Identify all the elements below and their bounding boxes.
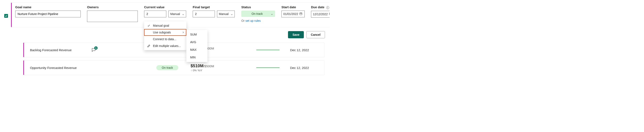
due-date-input[interactable]: 12/12/2022 <box>311 11 330 18</box>
goal-editor-card: Goal name Owners Current value Manual <box>11 3 330 27</box>
goal-name-input[interactable] <box>15 11 81 17</box>
cancel-button[interactable]: Cancel <box>306 31 325 38</box>
info-icon: i <box>326 6 329 9</box>
save-button[interactable]: Save <box>288 31 304 38</box>
goal-name-label: Goal name <box>15 5 81 9</box>
calendar-icon <box>329 12 330 16</box>
final-target-input[interactable] <box>193 11 215 17</box>
status-dropdown[interactable]: On track <box>241 11 275 17</box>
goal-name: Backlog Forecasted Revenue <box>30 48 91 52</box>
current-value-menu: Manual goal Use subgoals Connect to data… <box>144 21 186 50</box>
chevron-down-icon <box>271 13 273 15</box>
check-icon <box>147 24 150 27</box>
owners-label: Owners <box>87 5 138 9</box>
goal-due-date: Dec 12, 2022 <box>290 48 320 52</box>
row-checkbox[interactable] <box>4 14 8 18</box>
menu-item-connect-to-data[interactable]: Connect to data... <box>144 36 186 43</box>
goal-sparkline <box>256 67 290 68</box>
final-target-mode-dropdown[interactable]: Manual <box>217 11 235 17</box>
menu-item-use-subgoals[interactable]: Use subgoals <box>144 29 186 36</box>
goal-status-pill: On track <box>156 65 178 70</box>
current-value-label: Current value <box>144 5 186 9</box>
chevron-down-icon <box>231 13 233 15</box>
status-rules-line: Or set up rules <box>241 19 275 23</box>
start-date-label: Start date <box>282 5 305 9</box>
set-up-rules-link[interactable]: set up rules <box>245 19 260 23</box>
owners-input[interactable] <box>87 11 138 22</box>
goal-sparkline <box>256 50 290 50</box>
svg-rect-0 <box>300 13 302 15</box>
submenu-item-max[interactable]: MAX <box>186 46 208 54</box>
comments-icon[interactable]: 1 <box>91 48 96 52</box>
goal-value: $510M/$500M <box>190 63 241 68</box>
pencil-icon <box>147 44 150 47</box>
goal-row[interactable]: Opportunity Forecasted Revenue On track … <box>23 60 324 75</box>
due-date-label: Due date i <box>311 5 330 9</box>
current-value-input[interactable] <box>144 11 166 17</box>
calendar-icon <box>300 12 302 16</box>
chevron-down-icon <box>182 13 184 15</box>
final-target-label: Final target <box>193 5 235 9</box>
comments-count-badge: 1 <box>94 46 98 50</box>
menu-item-edit-multiple[interactable]: Edit multiple values... <box>144 43 186 49</box>
goal-due-date: Dec 12, 2022 <box>290 66 320 70</box>
start-date-input[interactable]: 01/01/2022 <box>282 11 305 17</box>
menu-item-manual-goal[interactable]: Manual goal <box>144 22 186 29</box>
goal-name: Opportunity Forecasted Revenue <box>30 66 91 70</box>
status-label: Status <box>241 5 275 9</box>
submenu-item-min[interactable]: MIN <box>186 54 208 61</box>
submenu-item-sum[interactable]: SUM <box>186 31 208 38</box>
subgoals-submenu: SUM AVG MAX MIN <box>186 30 208 62</box>
goal-yoy: ↑ 0% YoY <box>190 69 241 72</box>
submenu-item-avg[interactable]: AVG <box>186 38 208 46</box>
current-value-mode-dropdown[interactable]: Manual <box>168 11 186 17</box>
chevron-right-icon <box>182 31 184 34</box>
